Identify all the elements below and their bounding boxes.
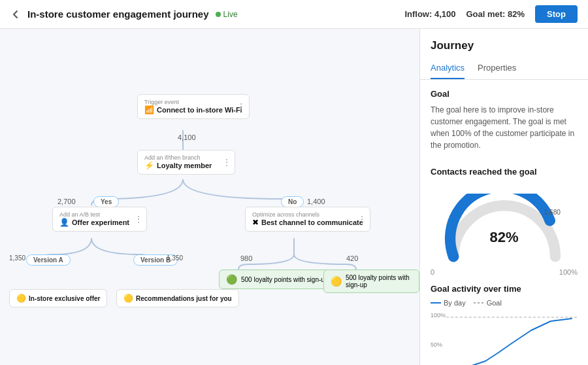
right-panel: Journey Analytics Properties Goal The go…	[419, 29, 588, 365]
offer-node-1: 🟡 In-store exclusive offer	[9, 289, 107, 307]
offer-1-icon: 🟡	[16, 294, 26, 303]
legend-line-solid	[431, 302, 441, 304]
yes-count: 2,700	[57, 198, 76, 205]
loyalty-2-label: 500 loyalty points with sign-up	[346, 274, 412, 288]
offer-1-label: In-store exclusive offer	[29, 295, 100, 302]
activity-svg: 100% 50% 0% Jun 15 Jun 30 Jul 15 Jul 30	[431, 312, 578, 365]
no-count: 1,400	[307, 198, 325, 205]
contacts-title: Contacts reached the goal	[431, 167, 578, 177]
tab-analytics[interactable]: Analytics	[431, 58, 465, 79]
legend-by-day-label: By day	[444, 299, 466, 307]
header-right: Inflow: 4,100 Goal met: 82% Stop	[404, 5, 578, 23]
ab-dots[interactable]: ⋮	[135, 215, 142, 224]
branch-dots[interactable]: ⋮	[223, 158, 231, 167]
svg-text:50%: 50%	[431, 341, 442, 348]
gauge-container: 1,680 82% 0 100%	[420, 188, 588, 284]
gauge-percent-label: 82%	[489, 229, 518, 246]
trigger-dots[interactable]: ⋮	[237, 102, 245, 111]
goal-title: Goal	[431, 89, 578, 99]
branch-icon: ⚡	[144, 161, 154, 170]
channel-count1: 980	[240, 254, 252, 262]
trigger-count: 4,100	[178, 133, 196, 141]
channel-icon: ✖	[252, 218, 259, 227]
ab-node: Add an A/B test 👤 Offer experiment ⋮	[52, 207, 147, 232]
channel-name: Best channel to communicate	[261, 218, 363, 226]
loyalty-1-icon: 🟢	[226, 274, 237, 285]
flow-svg	[0, 29, 419, 365]
trigger-icon: 📶	[144, 105, 154, 114]
gauge-axis-labels: 0 100%	[431, 268, 578, 276]
live-label: Live	[223, 10, 238, 19]
inflow-stat: Inflow: 4,100	[404, 9, 455, 19]
branch-label: Add an if/then branch	[144, 154, 228, 161]
loyalty-node-2: 🟡 500 loyalty points with sign-up	[323, 269, 419, 293]
legend-goal: Goal	[474, 299, 502, 307]
gauge-top-label: 1,680	[544, 209, 561, 216]
stop-button[interactable]: Stop	[535, 5, 578, 23]
offer-node-2: 🟡 Recommendations just for you	[116, 289, 239, 307]
version-a-badge: Version A	[26, 254, 71, 266]
legend-line-dashed	[474, 302, 484, 304]
channel-node: Optimize across channels ✖ Best channel …	[245, 207, 370, 232]
version-b-count: 1,350	[167, 254, 183, 262]
ab-icon: 👤	[59, 218, 69, 227]
contacts-section: Contacts reached the goal	[420, 158, 588, 188]
trigger-name: Connect to in-store Wi-Fi	[157, 106, 242, 114]
goal-met-stat: Goal met: 82%	[466, 9, 525, 19]
main: Trigger event 📶 Connect to in-store Wi-F…	[0, 29, 588, 365]
page-title: In-store customer engagement journey	[27, 9, 209, 20]
live-dot	[216, 12, 221, 17]
activity-title: Goal activity over time	[431, 284, 578, 294]
inflow-value: 4,100	[434, 9, 456, 19]
offer-2-icon: 🟡	[123, 294, 133, 303]
inflow-label: Inflow:	[404, 9, 432, 19]
channel-dots[interactable]: ⋮	[358, 215, 366, 224]
ab-label: Add an A/B test	[59, 211, 140, 218]
svg-text:100%: 100%	[431, 312, 446, 319]
version-a-count: 1,350	[9, 254, 25, 262]
branch-node: Add an if/then branch ⚡ Loyalty member ⋮	[137, 150, 235, 175]
channel-label: Optimize across channels	[252, 211, 363, 218]
legend-by-day: By day	[431, 299, 466, 307]
no-badge: No	[281, 196, 304, 207]
gauge-min-label: 0	[431, 268, 434, 276]
goal-section: Goal The goal here is to improve in-stor…	[420, 80, 588, 158]
loyalty-2-icon: 🟡	[331, 276, 342, 287]
loyalty-1-label: 500 loyalty points with sign-up	[241, 276, 328, 283]
channel-count2: 420	[346, 254, 358, 262]
goal-met-value: 82%	[508, 9, 525, 19]
header: In-store customer engagement journey Liv…	[0, 0, 588, 29]
panel-title: Journey	[420, 29, 588, 58]
tab-properties[interactable]: Properties	[478, 58, 516, 79]
back-button[interactable]	[10, 9, 21, 20]
goal-met-label: Goal met:	[466, 9, 505, 19]
yes-badge: Yes	[93, 196, 119, 207]
journey-canvas: Trigger event 📶 Connect to in-store Wi-F…	[0, 29, 419, 365]
loyalty-node-1: 🟢 500 loyalty points with sign-up	[219, 269, 335, 289]
gauge-wrapper: 1,680 82%	[431, 194, 578, 266]
ab-name: Offer experiment	[72, 218, 129, 226]
activity-chart: 100% 50% 0% Jun 15 Jun 30 Jul 15 Jul 30	[431, 312, 578, 365]
goal-text: The goal here is to improve in-store cus…	[431, 104, 578, 151]
legend-goal-label: Goal	[487, 299, 502, 307]
activity-legend: By day Goal	[431, 299, 578, 307]
panel-tabs: Analytics Properties	[420, 58, 588, 80]
header-left: In-store customer engagement journey Liv…	[10, 9, 404, 20]
trigger-label: Trigger event	[144, 99, 242, 105]
trigger-node: Trigger event 📶 Connect to in-store Wi-F…	[137, 94, 250, 119]
branch-name: Loyalty member	[157, 162, 212, 169]
live-badge: Live	[216, 10, 238, 19]
activity-container: Goal activity over time By day Goal 100%…	[420, 284, 588, 365]
offer-2-label: Recommendations just for you	[136, 295, 232, 302]
gauge-max-label: 100%	[559, 268, 578, 276]
